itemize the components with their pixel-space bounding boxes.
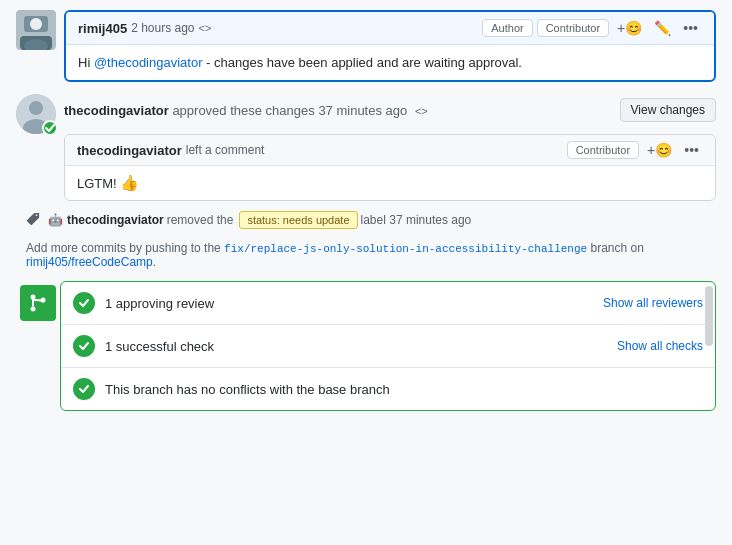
merge-icon-box bbox=[20, 285, 56, 321]
lgtm-text: LGTM! bbox=[77, 176, 120, 191]
contributor-badge-1: Contributor bbox=[537, 19, 609, 37]
check-icon-1 bbox=[73, 335, 95, 357]
emoji-reaction-btn-1[interactable]: +😊 bbox=[613, 18, 646, 38]
review-action: approved these changes bbox=[172, 103, 318, 118]
check-text-2: This branch has no conflicts with the ba… bbox=[105, 382, 703, 397]
svg-point-3 bbox=[30, 18, 42, 30]
comment-actions-1: Author Contributor +😊 ✏️ ••• bbox=[482, 18, 702, 38]
repo-link[interactable]: rimij405/freeCodeCamp bbox=[26, 255, 153, 269]
label-event-suffix: label 37 minutes ago bbox=[361, 213, 472, 227]
comment-text-suffix-1: - changes have been applied and are wait… bbox=[203, 55, 522, 70]
show-link-0[interactable]: Show all reviewers bbox=[603, 296, 703, 310]
check-icon-2 bbox=[73, 378, 95, 400]
avatar-rimij405 bbox=[16, 10, 56, 50]
label-event: 🤖 thecodingaviator removed the status: n… bbox=[16, 211, 716, 229]
review-time: 37 minutes ago bbox=[318, 103, 407, 118]
label-event-action: removed the bbox=[167, 213, 234, 227]
nested-comment-action: left a comment bbox=[186, 143, 265, 157]
comment-block-1: rimij405 2 hours ago <> Author Contribut… bbox=[16, 10, 716, 82]
merge-check-row-1: 1 successful check Show all checks bbox=[61, 325, 715, 368]
thumbsup-emoji: 👍 bbox=[120, 174, 139, 191]
comment-header-1: rimij405 2 hours ago <> Author Contribut… bbox=[66, 12, 714, 45]
merge-check-row-2: This branch has no conflicts with the ba… bbox=[61, 368, 715, 410]
merge-checks: 1 approving review Show all reviewers 1 … bbox=[60, 281, 716, 411]
commit-info: Add more commits by pushing to the fix/r… bbox=[16, 241, 716, 269]
nested-comment: thecodingaviator left a comment Contribu… bbox=[64, 134, 716, 201]
label-actor-icon: 🤖 bbox=[48, 213, 63, 227]
contributor-badge-2: Contributor bbox=[567, 141, 639, 159]
edit-btn-1[interactable]: ✏️ bbox=[650, 18, 675, 38]
branch-link[interactable]: fix/replace-js-only-solution-in-accessib… bbox=[224, 243, 587, 255]
comment-text-prefix-1: Hi bbox=[78, 55, 94, 70]
label-event-actor[interactable]: thecodingaviator bbox=[67, 213, 164, 227]
code-link-icon-2[interactable]: <> bbox=[415, 105, 428, 117]
merge-section: 1 approving review Show all reviewers 1 … bbox=[16, 281, 716, 411]
merge-check-row-0: 1 approving review Show all reviewers bbox=[61, 282, 715, 325]
emoji-reaction-btn-2[interactable]: +😊 bbox=[643, 140, 676, 160]
check-icon-0 bbox=[73, 292, 95, 314]
merge-icon-col bbox=[16, 281, 60, 411]
code-link-icon-1[interactable]: <> bbox=[199, 22, 212, 34]
author-badge: Author bbox=[482, 19, 532, 37]
scrollbar[interactable] bbox=[705, 286, 713, 346]
commit-info-suffix: branch on bbox=[591, 241, 644, 255]
check-text-1: 1 successful check bbox=[105, 339, 617, 354]
comment-author-1: rimij405 bbox=[78, 21, 127, 36]
svg-point-9 bbox=[31, 307, 36, 312]
comment-box-1: rimij405 2 hours ago <> Author Contribut… bbox=[64, 10, 716, 82]
svg-point-6 bbox=[29, 101, 43, 115]
nested-comment-header: thecodingaviator left a comment Contribu… bbox=[65, 135, 715, 166]
label-icon bbox=[26, 212, 40, 229]
more-options-btn-2[interactable]: ••• bbox=[680, 140, 703, 160]
nested-comment-body: LGTM! 👍 bbox=[65, 166, 715, 200]
show-link-1[interactable]: Show all checks bbox=[617, 339, 703, 353]
review-content: thecodingaviator approved these changes … bbox=[64, 94, 716, 201]
approved-badge bbox=[42, 120, 58, 136]
comment-time-1: 2 hours ago bbox=[131, 21, 194, 35]
more-options-btn-1[interactable]: ••• bbox=[679, 18, 702, 38]
reviewer-name[interactable]: thecodingaviator bbox=[64, 103, 169, 118]
commit-info-period: . bbox=[153, 255, 156, 269]
mention-1[interactable]: @thecodingaviator bbox=[94, 55, 203, 70]
review-block: thecodingaviator approved these changes … bbox=[16, 94, 716, 201]
review-line: thecodingaviator approved these changes … bbox=[64, 94, 716, 126]
nested-comment-actions: Contributor +😊 ••• bbox=[567, 140, 703, 160]
commit-info-prefix: Add more commits by pushing to the bbox=[26, 241, 221, 255]
review-text: thecodingaviator approved these changes … bbox=[64, 103, 428, 118]
label-tag: status: needs update bbox=[239, 211, 357, 229]
comment-body-1: Hi @thecodingaviator - changes have been… bbox=[66, 45, 714, 80]
svg-point-8 bbox=[31, 295, 36, 300]
view-changes-btn[interactable]: View changes bbox=[620, 98, 717, 122]
check-text-0: 1 approving review bbox=[105, 296, 603, 311]
avatar-thecodingaviator bbox=[16, 94, 56, 134]
nested-comment-author: thecodingaviator bbox=[77, 143, 182, 158]
